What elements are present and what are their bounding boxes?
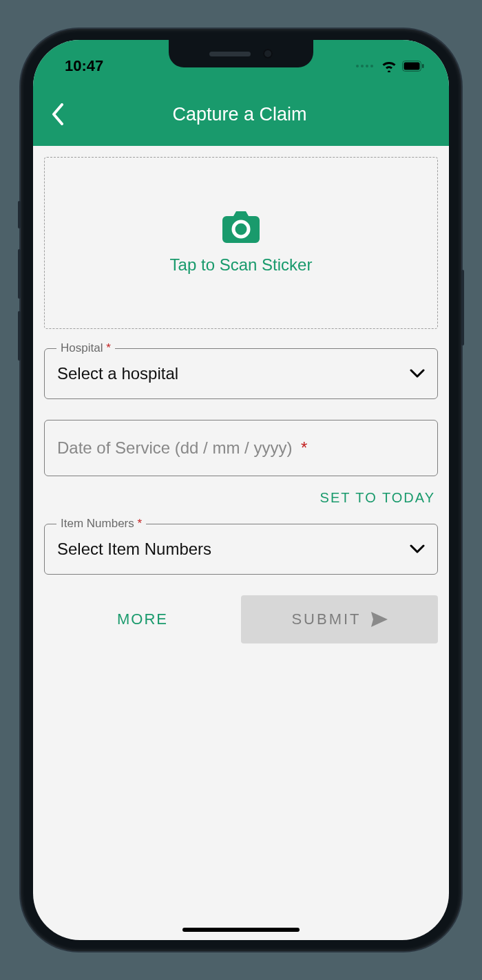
hospital-select[interactable]: Select a hospital [44,348,438,399]
hospital-field: Hospital * Select a hospital [44,348,438,399]
svg-rect-1 [404,63,420,70]
svg-rect-2 [422,64,424,68]
side-button [461,270,464,345]
side-button [18,311,21,361]
status-icons [356,60,424,72]
notch [169,40,313,67]
chevron-down-icon [410,544,425,554]
battery-icon [402,61,424,72]
button-row: MORE SUBMIT [44,595,438,643]
send-icon [371,612,388,627]
header: Capture a Claim [33,83,449,146]
side-button [18,249,21,299]
item-numbers-field: Item Numbers * Select Item Numbers [44,524,438,575]
date-field: Date of Service (dd / mm / yyyy) * [44,420,438,476]
app-switcher-dots [356,65,373,67]
date-input[interactable]: Date of Service (dd / mm / yyyy) * [44,420,438,476]
home-indicator[interactable] [182,928,300,932]
status-time: 10:47 [65,57,103,75]
submit-label: SUBMIT [291,610,361,628]
hospital-placeholder: Select a hospital [57,364,178,383]
item-numbers-select[interactable]: Select Item Numbers [44,524,438,575]
side-button [18,201,21,228]
chevron-down-icon [410,369,425,379]
page-title: Capture a Claim [43,104,437,125]
scan-sticker-button[interactable]: Tap to Scan Sticker [44,157,438,329]
content: Tap to Scan Sticker Hospital * Select a … [33,146,449,643]
item-numbers-label: Item Numbers * [56,517,146,531]
scan-label: Tap to Scan Sticker [170,255,313,275]
submit-button[interactable]: SUBMIT [241,595,438,643]
hospital-label: Hospital * [56,341,115,355]
date-placeholder: Date of Service (dd / mm / yyyy) [57,438,292,457]
screen: 10:47 Capture a Claim Tap to Scan Sticke… [33,40,449,940]
wifi-icon [381,60,397,72]
set-to-today-button[interactable]: SET TO TODAY [44,490,435,506]
item-numbers-placeholder: Select Item Numbers [57,540,211,559]
phone-frame: 10:47 Capture a Claim Tap to Scan Sticke… [21,29,461,951]
more-button[interactable]: MORE [44,610,241,628]
camera-icon [222,211,260,243]
